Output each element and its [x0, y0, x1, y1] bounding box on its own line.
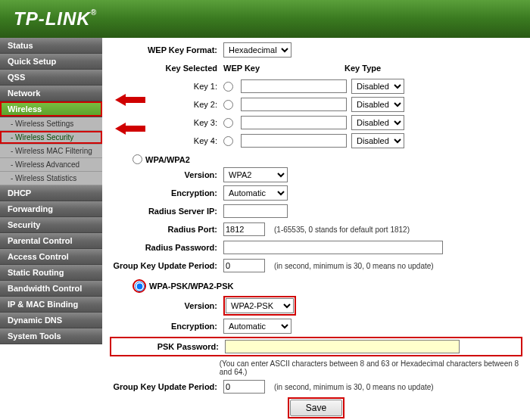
sidebar-item-ip-mac-binding[interactable]: IP & MAC Binding [0, 297, 102, 313]
psk-radio[interactable] [135, 282, 145, 291]
radius-ip-input[interactable] [223, 204, 288, 218]
wpa-version-select[interactable]: WPA2 [223, 167, 288, 182]
radius-port-input[interactable] [223, 222, 265, 236]
wep-key-header: WEP Key [223, 64, 344, 73]
sidebar-item-status[interactable]: Status [0, 38, 102, 54]
sidebar-item-security[interactable]: Security [0, 217, 102, 233]
wpa-encryption-label: Encryption: [110, 188, 223, 198]
wpa-gkup-hint: (in second, minimum is 30, 0 means no up… [274, 262, 434, 270]
sidebar-item-qss[interactable]: QSS [0, 70, 102, 86]
key4-radio[interactable] [223, 136, 233, 146]
key-selected-header: Key Selected [110, 64, 223, 73]
header-bar: TP-LINK® [0, 0, 530, 38]
brand-logo: TP-LINK® [14, 8, 97, 30]
key3-label: Key 3: [110, 118, 223, 127]
sidebar-sub-wireless-security[interactable]: - Wireless Security [0, 131, 102, 145]
key3-radio[interactable] [223, 118, 233, 128]
radius-port-hint: (1-65535, 0 stands for default port 1812… [274, 226, 410, 234]
save-button[interactable]: Save [290, 400, 342, 416]
radius-ip-label: Radius Server IP: [110, 207, 223, 216]
key3-input[interactable] [241, 116, 347, 129]
psk-gkup-hint: (in second, minimum is 30, 0 means no up… [274, 383, 434, 391]
psk-gkup-input[interactable] [223, 380, 265, 394]
sidebar-item-dynamic-dns[interactable]: Dynamic DNS [0, 313, 102, 328]
key4-input[interactable] [241, 134, 347, 148]
psk-version-select[interactable]: WPA2-PSK [226, 298, 294, 313]
sidebar-item-system-tools[interactable]: System Tools [0, 328, 102, 344]
key4-type-select[interactable]: Disabled [351, 133, 404, 148]
sidebar-item-bandwidth-control[interactable]: Bandwidth Control [0, 281, 102, 297]
key2-radio[interactable] [223, 100, 233, 110]
sidebar-sub-wireless-mac-filtering[interactable]: - Wireless MAC Filtering [0, 145, 102, 158]
key3-type-select[interactable]: Disabled [351, 115, 404, 130]
radius-port-label: Radius Port: [110, 225, 223, 234]
key1-radio[interactable] [223, 82, 233, 92]
key4-label: Key 4: [110, 136, 223, 145]
main-panel: WEP Key Format: Hexadecimal Key Selected… [102, 38, 530, 420]
radius-pw-input[interactable] [223, 241, 443, 254]
psk-gkup-label: Group Key Update Period: [110, 382, 223, 391]
wpa-title: WPA/WPA2 [145, 155, 190, 164]
sidebar-sub-wireless-settings[interactable]: - Wireless Settings [0, 117, 102, 131]
wpa-version-label: Version: [110, 170, 223, 179]
sidebar-item-parental-control[interactable]: Parental Control [0, 233, 102, 249]
key1-input[interactable] [241, 79, 347, 93]
sidebar: Status Quick Setup QSS Network Wireless … [0, 38, 102, 420]
psk-password-hint: (You can enter ASCII characters between … [220, 359, 522, 376]
psk-version-label: Version: [110, 301, 223, 310]
psk-radio-highlight [132, 279, 146, 293]
wpa-gkup-input[interactable] [223, 259, 265, 272]
wpa-gkup-label: Group Key Update Period: [110, 261, 223, 270]
radius-pw-label: Radius Password: [110, 243, 223, 252]
wpa-encryption-select[interactable]: Automatic [223, 185, 288, 201]
key2-type-select[interactable]: Disabled [351, 97, 404, 112]
key1-label: Key 1: [110, 82, 223, 91]
sidebar-item-quick-setup[interactable]: Quick Setup [0, 54, 102, 70]
sidebar-item-access-control[interactable]: Access Control [0, 249, 102, 265]
sidebar-item-forwarding[interactable]: Forwarding [0, 201, 102, 217]
psk-encryption-label: Encryption: [110, 322, 223, 331]
sidebar-sub-wireless-statistics[interactable]: - Wireless Statistics [0, 172, 102, 185]
key2-label: Key 2: [110, 100, 223, 109]
sidebar-item-static-routing[interactable]: Static Routing [0, 265, 102, 281]
sidebar-sub-wireless-advanced[interactable]: - Wireless Advanced [0, 158, 102, 172]
key2-input[interactable] [241, 98, 347, 111]
psk-password-input[interactable] [225, 340, 460, 353]
sidebar-item-dhcp[interactable]: DHCP [0, 185, 102, 201]
sidebar-item-network[interactable]: Network [0, 86, 102, 101]
psk-title: WPA-PSK/WPA2-PSK [149, 282, 233, 291]
wep-key-format-select[interactable]: Hexadecimal [223, 42, 292, 58]
psk-password-label: PSK Password: [111, 342, 225, 351]
wep-key-format-label: WEP Key Format: [110, 45, 223, 54]
wpa-radio[interactable] [132, 154, 142, 164]
psk-encryption-select[interactable]: Automatic [223, 319, 292, 334]
key1-type-select[interactable]: Disabled [351, 79, 404, 94]
sidebar-item-wireless[interactable]: Wireless [0, 101, 102, 117]
key-type-header: Key Type [344, 64, 381, 73]
